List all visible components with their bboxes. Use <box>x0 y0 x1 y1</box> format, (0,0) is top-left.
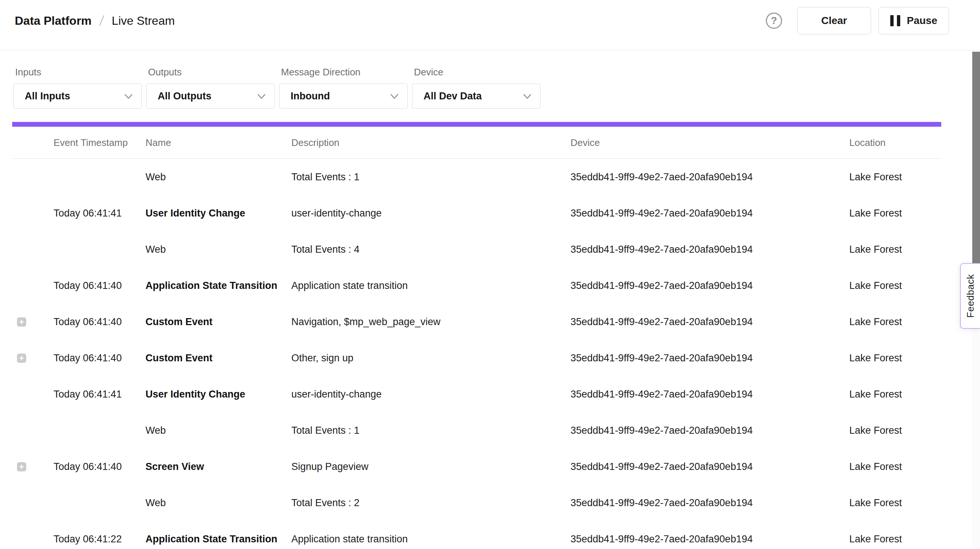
expand-icon[interactable]: + <box>17 318 26 327</box>
event-name: Custom Event <box>145 353 291 364</box>
event-name: Screen View <box>145 461 291 472</box>
filter-message-direction-select[interactable]: Inbound <box>279 83 408 109</box>
expand-cell: + <box>12 354 54 363</box>
filter-device: Device All Dev Data <box>412 67 541 109</box>
event-location: Lake Forest <box>849 171 941 183</box>
filter-outputs-value: All Outputs <box>158 91 211 102</box>
event-timestamp: Today 06:41:40 <box>54 461 145 472</box>
event-device-id: 35eddb41-9ff9-49e2-7aed-20afa90eb194 <box>571 171 849 183</box>
filter-outputs-select[interactable]: All Outputs <box>146 83 275 109</box>
event-device-id: 35eddb41-9ff9-49e2-7aed-20afa90eb194 <box>571 497 849 509</box>
chevron-down-icon <box>256 91 267 102</box>
event-name: Web <box>145 497 291 509</box>
event-description: Total Events : 1 <box>291 425 571 436</box>
event-name: Web <box>145 244 291 255</box>
event-timestamp: Today 06:41:22 <box>54 533 145 545</box>
table-row: + Today 06:41:40 Screen View Signup Page… <box>12 448 941 485</box>
breadcrumb-item-data-platform[interactable]: Data Platform <box>15 14 92 28</box>
pause-button[interactable]: Pause <box>878 7 949 34</box>
table-row: + Today 06:41:40 Custom Event Other, sig… <box>12 340 941 376</box>
col-device: Device <box>571 137 849 148</box>
event-device-id: 35eddb41-9ff9-49e2-7aed-20afa90eb194 <box>571 316 849 328</box>
event-location: Lake Forest <box>849 207 941 219</box>
filter-message-direction: Message Direction Inbound <box>279 67 408 109</box>
filter-device-label: Device <box>414 67 541 78</box>
events-table: Event Timestamp Name Description Device … <box>12 127 941 549</box>
table-row: + Web Total Events : 2 35eddb41-9ff9-49e… <box>12 485 941 521</box>
filter-inputs-select[interactable]: All Inputs <box>13 83 142 109</box>
filter-message-direction-value: Inbound <box>291 91 330 102</box>
filter-inputs-value: All Inputs <box>25 91 70 102</box>
expand-cell: + <box>12 426 54 435</box>
feedback-tab[interactable]: Feedback <box>960 263 980 329</box>
col-description: Description <box>291 137 571 148</box>
event-description: user-identity-change <box>291 207 571 219</box>
filter-message-direction-label: Message Direction <box>281 67 408 78</box>
pause-icon <box>890 15 900 26</box>
event-description: Application state transition <box>291 280 571 292</box>
expand-cell: + <box>12 209 54 218</box>
table-header: Event Timestamp Name Description Device … <box>12 127 941 159</box>
event-device-id: 35eddb41-9ff9-49e2-7aed-20afa90eb194 <box>571 244 849 255</box>
chevron-down-icon <box>389 91 400 102</box>
table-row: + Today 06:41:41 User Identity Change us… <box>12 376 941 412</box>
event-location: Lake Forest <box>849 280 941 292</box>
event-location: Lake Forest <box>849 461 941 472</box>
event-name: User Identity Change <box>145 389 291 400</box>
event-description: Total Events : 1 <box>291 171 571 183</box>
filters: Inputs All Inputs Outputs All Outputs Me… <box>13 50 541 109</box>
event-name: User Identity Change <box>145 207 291 219</box>
event-device-id: 35eddb41-9ff9-49e2-7aed-20afa90eb194 <box>571 533 849 545</box>
filter-inputs-label: Inputs <box>15 67 142 78</box>
event-device-id: 35eddb41-9ff9-49e2-7aed-20afa90eb194 <box>571 461 849 472</box>
event-description: Other, sign up <box>291 353 571 364</box>
event-location: Lake Forest <box>849 497 941 509</box>
chevron-down-icon <box>522 91 533 102</box>
help-icon[interactable]: ? <box>766 13 782 29</box>
expand-icon[interactable]: + <box>17 354 26 363</box>
col-event-timestamp: Event Timestamp <box>54 137 145 148</box>
event-location: Lake Forest <box>849 425 941 436</box>
filter-device-value: All Dev Data <box>423 91 482 102</box>
col-name: Name <box>145 137 291 148</box>
table-row: + Web Total Events : 4 35eddb41-9ff9-49e… <box>12 231 941 268</box>
event-description: Application state transition <box>291 533 571 545</box>
table-row: + Today 06:41:40 Application State Trans… <box>12 268 941 304</box>
feedback-label: Feedback <box>965 274 976 318</box>
scrollbar-thumb[interactable] <box>972 52 980 263</box>
event-location: Lake Forest <box>849 244 941 255</box>
event-description: Total Events : 2 <box>291 497 571 509</box>
event-name: Application State Transition <box>145 280 291 292</box>
event-description: Navigation, $mp_web_page_view <box>291 316 571 328</box>
accent-bar <box>12 122 941 127</box>
table-row: + Today 06:41:40 Custom Event Navigation… <box>12 304 941 340</box>
expand-cell: + <box>12 318 54 327</box>
event-device-id: 35eddb41-9ff9-49e2-7aed-20afa90eb194 <box>571 280 849 292</box>
expand-cell: + <box>12 535 54 544</box>
event-timestamp: Today 06:41:41 <box>54 389 145 400</box>
event-name: Custom Event <box>145 316 291 328</box>
top-actions: ? Clear Pause <box>766 7 949 34</box>
filter-device-select[interactable]: All Dev Data <box>412 83 541 109</box>
expand-cell: + <box>12 172 54 182</box>
expand-cell: + <box>12 281 54 290</box>
event-description: user-identity-change <box>291 389 571 400</box>
event-location: Lake Forest <box>849 316 941 328</box>
event-device-id: 35eddb41-9ff9-49e2-7aed-20afa90eb194 <box>571 353 849 364</box>
event-location: Lake Forest <box>849 533 941 545</box>
event-timestamp: Today 06:41:40 <box>54 280 145 292</box>
event-location: Lake Forest <box>849 353 941 364</box>
event-timestamp: Today 06:41:41 <box>54 207 145 219</box>
chevron-down-icon <box>123 91 134 102</box>
expand-icon[interactable]: + <box>17 462 26 471</box>
breadcrumb-separator: / <box>99 13 105 29</box>
breadcrumb-item-live-stream: Live Stream <box>112 14 175 28</box>
expand-cell: + <box>12 462 54 471</box>
event-location: Lake Forest <box>849 389 941 400</box>
col-location: Location <box>849 137 941 148</box>
filter-inputs: Inputs All Inputs <box>13 67 142 109</box>
clear-button[interactable]: Clear <box>797 7 871 34</box>
filter-outputs-label: Outputs <box>148 67 275 78</box>
expand-cell: + <box>12 245 54 254</box>
plus-glyph: + <box>19 354 24 363</box>
